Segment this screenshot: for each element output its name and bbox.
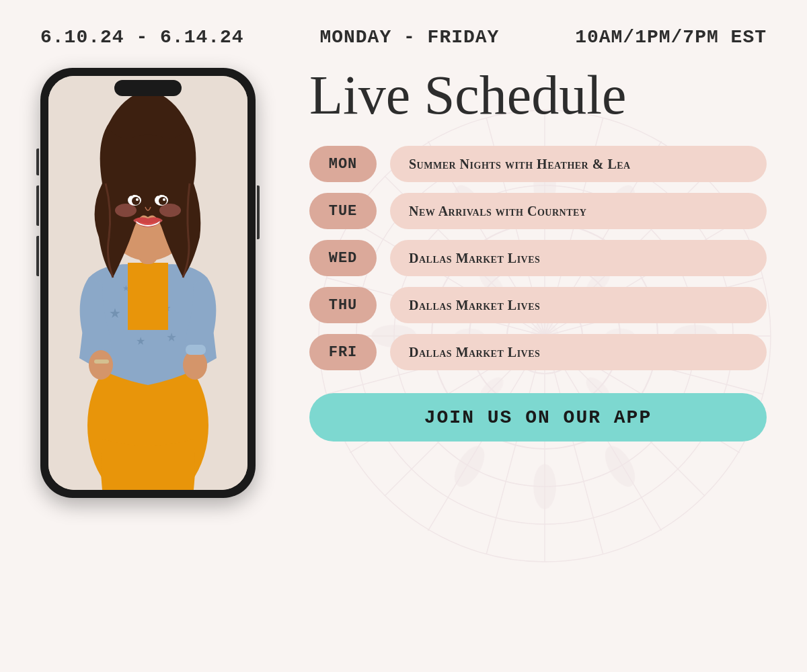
phone-button-mute xyxy=(36,149,39,175)
svg-point-57 xyxy=(115,204,137,217)
schedule-list: MONSummer Nights with Heather & LeaTUENe… xyxy=(309,146,767,370)
main-content: ★ ★ ★ ★ ★ xyxy=(40,68,767,498)
schedule-row: THUDallas Market Lives xyxy=(309,287,767,323)
phone-frame: ★ ★ ★ ★ ★ xyxy=(40,68,256,498)
schedule-row: FRIDallas Market Lives xyxy=(309,334,767,370)
schedule-row: MONSummer Nights with Heather & Lea xyxy=(309,146,767,182)
schedule-row: WEDDallas Market Lives xyxy=(309,240,767,276)
event-pill: New Arrivals with Courntey xyxy=(390,193,767,229)
svg-rect-61 xyxy=(186,345,206,355)
schedule-row: TUENew Arrivals with Courntey xyxy=(309,193,767,229)
phone-screen: ★ ★ ★ ★ ★ xyxy=(48,76,247,490)
show-times: 10AM/1PM/7PM EST xyxy=(575,27,767,48)
event-pill: Summer Nights with Heather & Lea xyxy=(390,146,767,182)
header-row: 6.10.24 - 6.14.24 MONDAY - FRIDAY 10AM/1… xyxy=(40,27,767,48)
svg-text:★: ★ xyxy=(109,306,121,321)
svg-point-56 xyxy=(163,198,165,201)
right-panel: Live Schedule MONSummer Nights with Heat… xyxy=(309,68,767,442)
event-pill: Dallas Market Lives xyxy=(390,240,767,276)
svg-rect-48 xyxy=(128,263,168,330)
svg-point-59 xyxy=(89,350,113,380)
svg-text:★: ★ xyxy=(136,335,145,347)
phone-notch xyxy=(114,80,182,96)
svg-rect-62 xyxy=(94,360,109,364)
day-pill: THU xyxy=(309,287,377,323)
event-pill: Dallas Market Lives xyxy=(390,287,767,323)
day-pill: TUE xyxy=(309,193,377,229)
phone-button-vol-down xyxy=(36,236,39,276)
phone-button-power xyxy=(257,185,260,239)
day-pill: WED xyxy=(309,240,377,276)
day-pill: FRI xyxy=(309,334,377,370)
svg-point-58 xyxy=(159,204,181,217)
phone-button-vol-up xyxy=(36,185,39,226)
person-image: ★ ★ ★ ★ ★ xyxy=(48,76,247,490)
svg-point-53 xyxy=(132,197,140,205)
live-schedule-title: Live Schedule xyxy=(309,68,767,123)
svg-text:★: ★ xyxy=(166,331,177,344)
join-app-button[interactable]: JOIN US ON OUR APP xyxy=(309,393,767,442)
days-range: MONDAY - FRIDAY xyxy=(319,27,499,48)
event-pill: Dallas Market Lives xyxy=(390,334,767,370)
day-pill: MON xyxy=(309,146,377,182)
date-range: 6.10.24 - 6.14.24 xyxy=(40,27,244,48)
svg-point-54 xyxy=(159,197,167,205)
svg-point-55 xyxy=(136,198,139,201)
phone-mockup: ★ ★ ★ ★ ★ xyxy=(40,68,269,498)
